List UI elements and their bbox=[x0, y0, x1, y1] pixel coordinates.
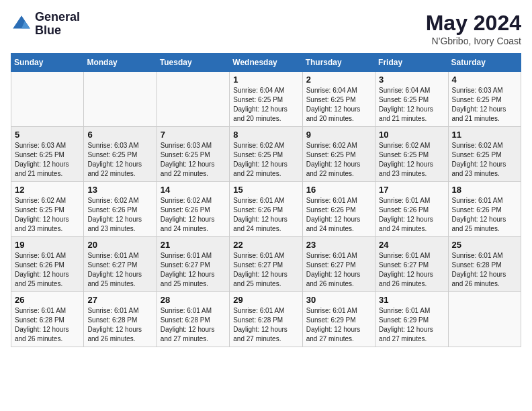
calendar-cell: 26Sunrise: 6:01 AM Sunset: 6:28 PM Dayli… bbox=[11, 292, 84, 347]
day-number: 26 bbox=[15, 295, 80, 305]
weekday-header-sunday: Sunday bbox=[11, 54, 84, 72]
day-info: Sunrise: 6:01 AM Sunset: 6:26 PM Dayligh… bbox=[452, 196, 517, 234]
day-number: 22 bbox=[233, 240, 298, 250]
calendar-cell: 13Sunrise: 6:02 AM Sunset: 6:26 PM Dayli… bbox=[84, 182, 157, 237]
calendar-cell bbox=[157, 72, 229, 127]
weekday-header-monday: Monday bbox=[84, 54, 157, 72]
calendar-week-2: 5Sunrise: 6:03 AM Sunset: 6:25 PM Daylig… bbox=[11, 127, 521, 182]
day-info: Sunrise: 6:01 AM Sunset: 6:29 PM Dayligh… bbox=[379, 306, 444, 344]
calendar-cell: 29Sunrise: 6:01 AM Sunset: 6:28 PM Dayli… bbox=[230, 292, 302, 347]
calendar-week-3: 12Sunrise: 6:02 AM Sunset: 6:25 PM Dayli… bbox=[11, 182, 521, 237]
day-info: Sunrise: 6:02 AM Sunset: 6:25 PM Dayligh… bbox=[233, 141, 298, 179]
weekday-header-tuesday: Tuesday bbox=[157, 54, 229, 72]
day-info: Sunrise: 6:04 AM Sunset: 6:25 PM Dayligh… bbox=[233, 86, 298, 124]
calendar-cell: 31Sunrise: 6:01 AM Sunset: 6:29 PM Dayli… bbox=[375, 292, 448, 347]
calendar-header: SundayMondayTuesdayWednesdayThursdayFrid… bbox=[11, 54, 521, 72]
calendar-cell: 25Sunrise: 6:01 AM Sunset: 6:28 PM Dayli… bbox=[448, 237, 521, 292]
calendar-cell: 27Sunrise: 6:01 AM Sunset: 6:28 PM Dayli… bbox=[84, 292, 157, 347]
calendar-cell: 1Sunrise: 6:04 AM Sunset: 6:25 PM Daylig… bbox=[230, 72, 302, 127]
day-number: 2 bbox=[306, 75, 371, 85]
calendar-cell: 12Sunrise: 6:02 AM Sunset: 6:25 PM Dayli… bbox=[11, 182, 84, 237]
calendar-cell: 24Sunrise: 6:01 AM Sunset: 6:27 PM Dayli… bbox=[375, 237, 448, 292]
month-year: May 2024 bbox=[426, 11, 521, 36]
day-info: Sunrise: 6:02 AM Sunset: 6:25 PM Dayligh… bbox=[15, 196, 80, 234]
day-info: Sunrise: 6:01 AM Sunset: 6:28 PM Dayligh… bbox=[87, 306, 152, 344]
day-info: Sunrise: 6:01 AM Sunset: 6:27 PM Dayligh… bbox=[87, 251, 152, 289]
calendar-cell: 9Sunrise: 6:02 AM Sunset: 6:25 PM Daylig… bbox=[302, 127, 375, 182]
day-number: 11 bbox=[452, 130, 517, 140]
day-number: 15 bbox=[233, 185, 298, 195]
weekday-header-wednesday: Wednesday bbox=[230, 54, 302, 72]
logo: General Blue bbox=[11, 11, 80, 38]
logo-icon bbox=[11, 13, 32, 35]
day-info: Sunrise: 6:01 AM Sunset: 6:28 PM Dayligh… bbox=[452, 251, 517, 289]
day-number: 23 bbox=[306, 240, 371, 250]
day-info: Sunrise: 6:01 AM Sunset: 6:26 PM Dayligh… bbox=[233, 196, 298, 234]
day-number: 24 bbox=[379, 240, 444, 250]
day-number: 18 bbox=[452, 185, 517, 195]
calendar-cell bbox=[11, 72, 84, 127]
day-info: Sunrise: 6:01 AM Sunset: 6:26 PM Dayligh… bbox=[379, 196, 444, 234]
calendar-cell bbox=[84, 72, 157, 127]
calendar-cell: 30Sunrise: 6:01 AM Sunset: 6:29 PM Dayli… bbox=[302, 292, 375, 347]
day-number: 14 bbox=[161, 185, 226, 195]
calendar-cell: 28Sunrise: 6:01 AM Sunset: 6:28 PM Dayli… bbox=[157, 292, 229, 347]
day-info: Sunrise: 6:03 AM Sunset: 6:25 PM Dayligh… bbox=[452, 86, 517, 124]
day-number: 25 bbox=[452, 240, 517, 250]
day-info: Sunrise: 6:01 AM Sunset: 6:29 PM Dayligh… bbox=[306, 306, 371, 344]
day-info: Sunrise: 6:01 AM Sunset: 6:27 PM Dayligh… bbox=[306, 251, 371, 289]
calendar-cell: 17Sunrise: 6:01 AM Sunset: 6:26 PM Dayli… bbox=[375, 182, 448, 237]
day-number: 28 bbox=[161, 295, 226, 305]
weekday-header-row: SundayMondayTuesdayWednesdayThursdayFrid… bbox=[11, 54, 521, 72]
calendar-cell: 14Sunrise: 6:02 AM Sunset: 6:26 PM Dayli… bbox=[157, 182, 229, 237]
calendar-cell: 19Sunrise: 6:01 AM Sunset: 6:26 PM Dayli… bbox=[11, 237, 84, 292]
day-info: Sunrise: 6:04 AM Sunset: 6:25 PM Dayligh… bbox=[306, 86, 371, 124]
day-number: 30 bbox=[306, 295, 371, 305]
logo-line1: General bbox=[35, 11, 80, 24]
weekday-header-thursday: Thursday bbox=[302, 54, 375, 72]
day-number: 6 bbox=[87, 130, 152, 140]
calendar-week-5: 26Sunrise: 6:01 AM Sunset: 6:28 PM Dayli… bbox=[11, 292, 521, 347]
weekday-header-friday: Friday bbox=[375, 54, 448, 72]
day-info: Sunrise: 6:01 AM Sunset: 6:27 PM Dayligh… bbox=[379, 251, 444, 289]
day-info: Sunrise: 6:03 AM Sunset: 6:25 PM Dayligh… bbox=[161, 141, 226, 179]
page-header: General Blue May 2024 N'Gbribo, Ivory Co… bbox=[11, 11, 521, 46]
day-number: 5 bbox=[15, 130, 80, 140]
day-number: 12 bbox=[15, 185, 80, 195]
calendar-cell: 18Sunrise: 6:01 AM Sunset: 6:26 PM Dayli… bbox=[448, 182, 521, 237]
calendar-cell: 21Sunrise: 6:01 AM Sunset: 6:27 PM Dayli… bbox=[157, 237, 229, 292]
calendar-cell: 6Sunrise: 6:03 AM Sunset: 6:25 PM Daylig… bbox=[84, 127, 157, 182]
day-info: Sunrise: 6:01 AM Sunset: 6:27 PM Dayligh… bbox=[161, 251, 226, 289]
day-info: Sunrise: 6:01 AM Sunset: 6:26 PM Dayligh… bbox=[306, 196, 371, 234]
calendar-cell: 10Sunrise: 6:02 AM Sunset: 6:25 PM Dayli… bbox=[375, 127, 448, 182]
day-info: Sunrise: 6:02 AM Sunset: 6:25 PM Dayligh… bbox=[306, 141, 371, 179]
day-info: Sunrise: 6:02 AM Sunset: 6:25 PM Dayligh… bbox=[379, 141, 444, 179]
calendar-cell bbox=[448, 292, 521, 347]
calendar-cell: 20Sunrise: 6:01 AM Sunset: 6:27 PM Dayli… bbox=[84, 237, 157, 292]
day-info: Sunrise: 6:01 AM Sunset: 6:28 PM Dayligh… bbox=[233, 306, 298, 344]
day-info: Sunrise: 6:02 AM Sunset: 6:25 PM Dayligh… bbox=[452, 141, 517, 179]
day-info: Sunrise: 6:01 AM Sunset: 6:26 PM Dayligh… bbox=[15, 251, 80, 289]
day-number: 21 bbox=[161, 240, 226, 250]
day-number: 9 bbox=[306, 130, 371, 140]
weekday-header-saturday: Saturday bbox=[448, 54, 521, 72]
day-number: 3 bbox=[379, 75, 444, 85]
calendar-cell: 11Sunrise: 6:02 AM Sunset: 6:25 PM Dayli… bbox=[448, 127, 521, 182]
calendar-table: SundayMondayTuesdayWednesdayThursdayFrid… bbox=[11, 53, 521, 347]
day-info: Sunrise: 6:03 AM Sunset: 6:25 PM Dayligh… bbox=[15, 141, 80, 179]
calendar-week-4: 19Sunrise: 6:01 AM Sunset: 6:26 PM Dayli… bbox=[11, 237, 521, 292]
day-number: 29 bbox=[233, 295, 298, 305]
day-number: 20 bbox=[87, 240, 152, 250]
calendar-cell: 16Sunrise: 6:01 AM Sunset: 6:26 PM Dayli… bbox=[302, 182, 375, 237]
day-number: 4 bbox=[452, 75, 517, 85]
calendar-cell: 7Sunrise: 6:03 AM Sunset: 6:25 PM Daylig… bbox=[157, 127, 229, 182]
day-number: 16 bbox=[306, 185, 371, 195]
day-number: 19 bbox=[15, 240, 80, 250]
day-number: 1 bbox=[233, 75, 298, 85]
day-info: Sunrise: 6:04 AM Sunset: 6:25 PM Dayligh… bbox=[379, 86, 444, 124]
day-number: 8 bbox=[233, 130, 298, 140]
calendar-cell: 23Sunrise: 6:01 AM Sunset: 6:27 PM Dayli… bbox=[302, 237, 375, 292]
logo-line2: Blue bbox=[35, 24, 80, 38]
day-info: Sunrise: 6:01 AM Sunset: 6:28 PM Dayligh… bbox=[15, 306, 80, 344]
calendar-cell: 8Sunrise: 6:02 AM Sunset: 6:25 PM Daylig… bbox=[230, 127, 302, 182]
